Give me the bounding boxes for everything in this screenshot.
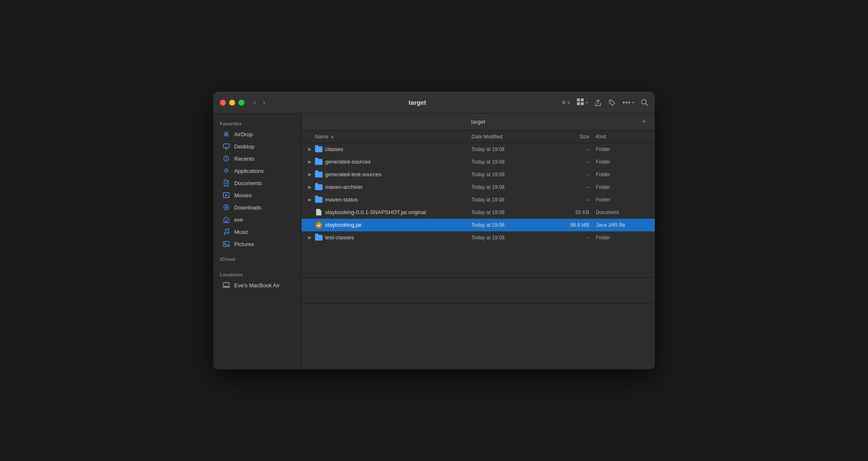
more-button[interactable]: ••• ▾	[622, 99, 634, 106]
col-kind-header[interactable]: Kind	[589, 134, 648, 140]
toolbar-right: ≡ ⇅ ▾	[562, 98, 648, 107]
svg-rect-23	[223, 283, 229, 286]
table-row[interactable]: ▶ maven-archiver Today at 19:08 -- Folde…	[302, 181, 655, 193]
sidebar-item-pictures[interactable]: Pictures	[216, 238, 299, 250]
file-name-col: generated-test-sources	[325, 171, 471, 178]
file-size: --	[547, 172, 589, 178]
search-button[interactable]	[641, 99, 648, 106]
view-sort-icon: ⇅	[567, 100, 570, 105]
file-date: Today at 19:08	[471, 235, 547, 241]
svg-rect-2	[577, 102, 580, 105]
svg-point-19	[224, 233, 226, 235]
grid-view-button[interactable]: ▾	[577, 98, 588, 107]
folder-icon	[315, 234, 323, 241]
file-size: 55 KB	[547, 209, 589, 215]
traffic-lights	[220, 100, 244, 106]
title-bar: ‹ › target ≡ ⇅ ▾	[213, 92, 655, 114]
sidebar-item-music[interactable]: Music	[216, 226, 299, 238]
close-button[interactable]	[220, 100, 226, 106]
svg-point-22	[225, 243, 226, 244]
expand-arrow-icon[interactable]: ▶	[308, 172, 315, 177]
sidebar-item-recents[interactable]: Recents	[216, 153, 299, 164]
airdrop-label: AirDrop	[234, 131, 253, 138]
file-date: Today at 19:08	[471, 222, 547, 228]
sidebar-item-eve[interactable]: eve	[216, 214, 299, 225]
sidebar-item-documents[interactable]: Documents	[216, 177, 299, 189]
file-kind: Java JAR file	[589, 222, 648, 228]
nav-buttons: ‹ ›	[251, 97, 268, 108]
folder-icon	[315, 171, 323, 178]
pictures-icon	[222, 240, 230, 248]
file-kind: Folder	[589, 197, 648, 203]
applications-icon	[222, 167, 230, 175]
col-date-header[interactable]: Date Modified	[471, 134, 547, 140]
file-pane-header: target +	[302, 114, 655, 130]
expand-arrow-icon[interactable]: ▶	[308, 147, 315, 151]
eve-label: eve	[234, 217, 243, 223]
file-name-col: staybooking-0.0.1-SNAPSHOT.jar.original	[325, 209, 471, 215]
table-row[interactable]: ▶ test-classes Today at 19:08 -- Folder	[302, 231, 655, 244]
file-date: Today at 19:08	[471, 172, 547, 178]
sidebar-item-macbook[interactable]: Eve's MacBook Air	[216, 279, 299, 291]
desktop-label: Desktop	[234, 143, 254, 150]
table-row[interactable]: ▶ generated-sources Today at 19:08 -- Fo…	[302, 156, 655, 168]
empty-row	[302, 244, 655, 278]
applications-label: Applications	[234, 168, 264, 174]
table-row[interactable]: ▶ generated-test-sources Today at 19:08 …	[302, 168, 655, 181]
music-label: Music	[234, 229, 249, 235]
file-kind: Folder	[589, 159, 648, 165]
svg-line-6	[646, 103, 648, 106]
grid-dropdown-icon: ▾	[586, 100, 588, 105]
home-icon	[222, 216, 230, 223]
tab-title: target	[421, 119, 535, 125]
document-icon	[315, 209, 323, 216]
column-headers: Name ▲ Date Modified Size Kind	[302, 130, 655, 143]
table-row[interactable]: staybooking-0.0.1-SNAPSHOT.jar.original …	[302, 206, 655, 219]
file-name-col: maven-status	[325, 196, 471, 203]
back-button[interactable]: ‹	[251, 97, 259, 108]
expand-arrow-icon[interactable]: ▶	[308, 159, 315, 164]
empty-row	[302, 278, 655, 303]
documents-icon	[222, 179, 230, 187]
forward-button[interactable]: ›	[260, 97, 268, 108]
maximize-button[interactable]	[238, 100, 244, 106]
airdrop-icon	[222, 130, 230, 138]
list-view-button[interactable]: ≡ ⇅	[562, 99, 570, 106]
file-name-col: maven-archiver	[325, 184, 471, 190]
col-name-header[interactable]: Name ▲	[315, 134, 471, 140]
file-kind: Folder	[589, 235, 648, 241]
file-pane: target + Name ▲ Date Modified Size Kind	[302, 114, 655, 369]
file-name-col: test-classes	[325, 234, 471, 241]
file-name: test-classes	[325, 234, 354, 241]
expand-arrow-icon[interactable]: ▶	[308, 235, 315, 240]
sidebar-item-downloads[interactable]: Downloads	[216, 201, 299, 213]
minimize-button[interactable]	[229, 100, 235, 106]
share-button[interactable]	[595, 99, 601, 106]
file-name: staybooking.jar	[325, 222, 362, 228]
table-row[interactable]: ☕ staybooking.jar Today at 19:08 96.8 MB…	[302, 219, 655, 231]
svg-rect-0	[577, 98, 580, 101]
file-size: --	[547, 184, 589, 190]
tag-button[interactable]	[608, 99, 616, 106]
folder-icon	[315, 158, 323, 166]
table-row[interactable]: ▶ maven-status Today at 19:08 -- Folder	[302, 193, 655, 206]
file-size: --	[547, 159, 589, 165]
sidebar-item-applications[interactable]: Applications	[216, 165, 299, 177]
file-name: generated-sources	[325, 159, 370, 165]
file-size: --	[547, 235, 589, 241]
pictures-label: Pictures	[234, 241, 254, 247]
add-tab-button[interactable]: +	[640, 117, 648, 126]
folder-icon	[315, 183, 323, 191]
recents-label: Recents	[234, 156, 254, 162]
expand-arrow-icon[interactable]: ▶	[308, 197, 315, 202]
sidebar-item-desktop[interactable]: Desktop	[216, 140, 299, 152]
file-name: classes	[325, 146, 343, 152]
laptop-icon	[222, 281, 230, 289]
table-row[interactable]: ▶ classes Today at 19:08 -- Folder	[302, 143, 655, 156]
col-size-header[interactable]: Size	[547, 134, 589, 140]
sidebar-item-movies[interactable]: Movies	[216, 189, 299, 201]
file-date: Today at 19:08	[471, 146, 547, 152]
svg-rect-18	[225, 220, 227, 223]
expand-arrow-icon[interactable]: ▶	[308, 185, 315, 189]
sidebar-item-airdrop[interactable]: AirDrop	[216, 128, 299, 140]
